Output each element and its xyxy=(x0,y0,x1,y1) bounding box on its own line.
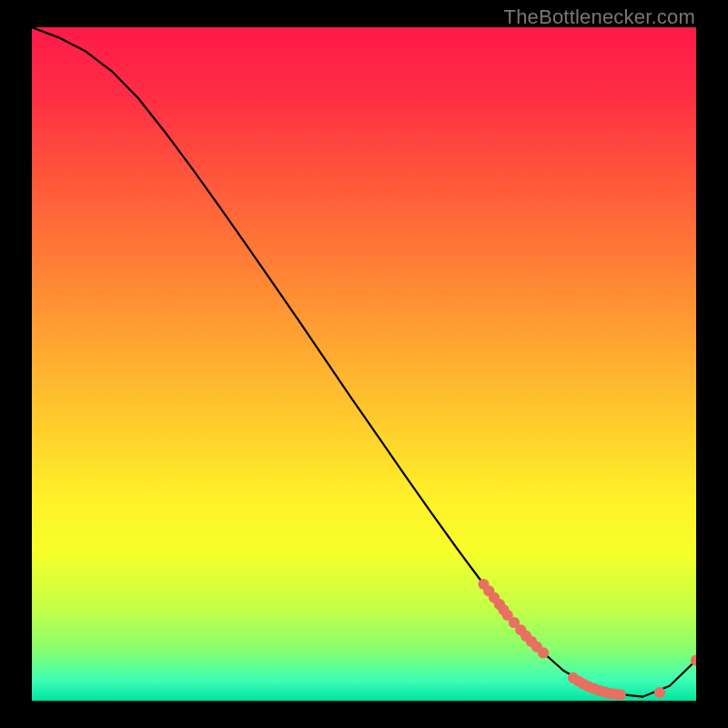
data-point xyxy=(654,687,665,698)
plot-area xyxy=(32,27,696,701)
data-point xyxy=(538,647,549,658)
data-point xyxy=(615,689,626,700)
data-points-group xyxy=(478,579,696,701)
watermark-text: TheBottlenecker.com xyxy=(504,5,695,29)
chart-stage: TheBottlenecker.com xyxy=(0,0,728,728)
bottleneck-curve xyxy=(32,27,696,697)
chart-svg xyxy=(32,27,696,701)
